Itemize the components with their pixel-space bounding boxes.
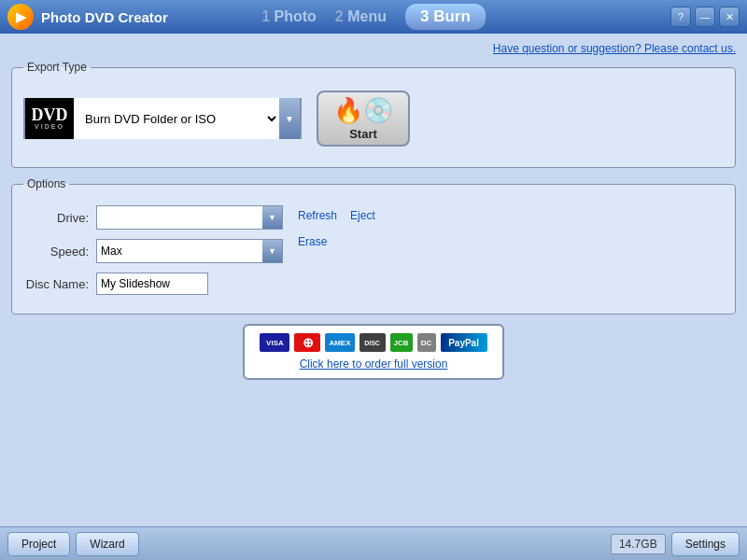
drive-select[interactable] [96, 205, 262, 230]
speed-select-wrap: Max 1x 2x 4x 8x ▼ [96, 239, 283, 263]
window-controls: ? — ✕ [670, 7, 740, 27]
project-button[interactable]: Project [7, 532, 70, 556]
drive-label: Drive: [23, 211, 89, 225]
speed-row: Speed: Max 1x 2x 4x 8x ▼ [23, 239, 283, 263]
drive-select-wrap: ▼ [96, 205, 283, 230]
options-legend: Options [23, 177, 69, 190]
options-group: Options Drive: ▼ Speed: [11, 177, 736, 315]
dvd-big-text: DVD [32, 106, 68, 123]
refresh-link[interactable]: Refresh [298, 209, 337, 222]
disc-name-input[interactable] [96, 273, 208, 295]
disc-name-label: Disc Name: [23, 277, 89, 291]
step-photo[interactable]: 1 Photo [261, 8, 317, 25]
app-title: Photo DVD Creator [41, 9, 168, 25]
close-button[interactable]: ✕ [719, 7, 740, 27]
refresh-eject-row: Refresh Eject [298, 209, 375, 222]
dvd-logo: DVD VIDEO [25, 98, 74, 139]
order-section: VISA ⊕ AMEX DISC JCB DC PayPal Click her… [11, 324, 736, 380]
erase-link[interactable]: Erase [298, 235, 375, 248]
diners-icon: DC [417, 333, 436, 352]
export-select-arrow[interactable]: ▼ [279, 98, 300, 139]
contact-section: Have question or suggestion? Please cont… [11, 41, 736, 55]
jcb-icon: JCB [390, 333, 413, 352]
mastercard-icon: ⊕ [294, 333, 320, 352]
eject-link[interactable]: Eject [350, 209, 375, 222]
start-button[interactable]: 🔥💿 Start [317, 91, 410, 147]
drive-row: Drive: ▼ [23, 205, 283, 230]
dvd-select-wrap: DVD VIDEO Burn DVD Folder or ISO Burn to… [23, 98, 302, 139]
help-button[interactable]: ? [670, 7, 691, 27]
wizard-button[interactable]: Wizard [76, 532, 138, 556]
order-link[interactable]: Click here to order full version [300, 357, 448, 371]
settings-button[interactable]: Settings [671, 532, 740, 556]
visa-icon: VISA [260, 333, 289, 352]
dvd-small-text: VIDEO [35, 123, 64, 131]
step-burn[interactable]: 3 Burn [405, 4, 486, 30]
start-label: Start [349, 127, 377, 141]
contact-link[interactable]: Have question or suggestion? Please cont… [493, 42, 736, 55]
fire-icon: 🔥💿 [333, 96, 393, 125]
title-bar: ▶ Photo DVD Creator 1 Photo 2 Menu 3 Bur… [0, 0, 747, 34]
order-box[interactable]: VISA ⊕ AMEX DISC JCB DC PayPal Click her… [243, 324, 504, 380]
drive-select-arrow[interactable]: ▼ [262, 205, 283, 230]
export-type-group: Export Type DVD VIDEO Burn DVD Folder or… [11, 61, 736, 168]
main-content: Have question or suggestion? Please cont… [0, 34, 747, 526]
speed-select[interactable]: Max 1x 2x 4x 8x [96, 239, 262, 263]
discover-icon: DISC [359, 333, 386, 352]
export-type-legend: Export Type [23, 61, 91, 74]
export-type-inner: DVD VIDEO Burn DVD Folder or ISO Burn to… [23, 83, 724, 154]
bottom-bar: Project Wizard 14.7GB Settings [0, 526, 747, 560]
steps-nav: 1 Photo 2 Menu 3 Burn [261, 4, 486, 30]
disc-name-row: Disc Name: [23, 273, 283, 295]
speed-select-arrow[interactable]: ▼ [262, 239, 283, 263]
paypal-icon: PayPal [441, 333, 487, 352]
options-action-links: Refresh Eject Erase [298, 205, 375, 248]
options-fields: Drive: ▼ Speed: Max 1x [23, 205, 283, 295]
step-menu[interactable]: 2 Menu [335, 8, 387, 25]
speed-label: Speed: [23, 245, 89, 259]
amex-icon: AMEX [325, 333, 354, 352]
storage-info: 14.7GB [611, 534, 666, 554]
payment-icons: VISA ⊕ AMEX DISC JCB DC PayPal [260, 333, 486, 352]
minimize-button[interactable]: — [695, 7, 715, 27]
app-logo: ▶ [7, 4, 34, 30]
export-type-select[interactable]: Burn DVD Folder or ISO Burn to Disc [74, 98, 279, 139]
